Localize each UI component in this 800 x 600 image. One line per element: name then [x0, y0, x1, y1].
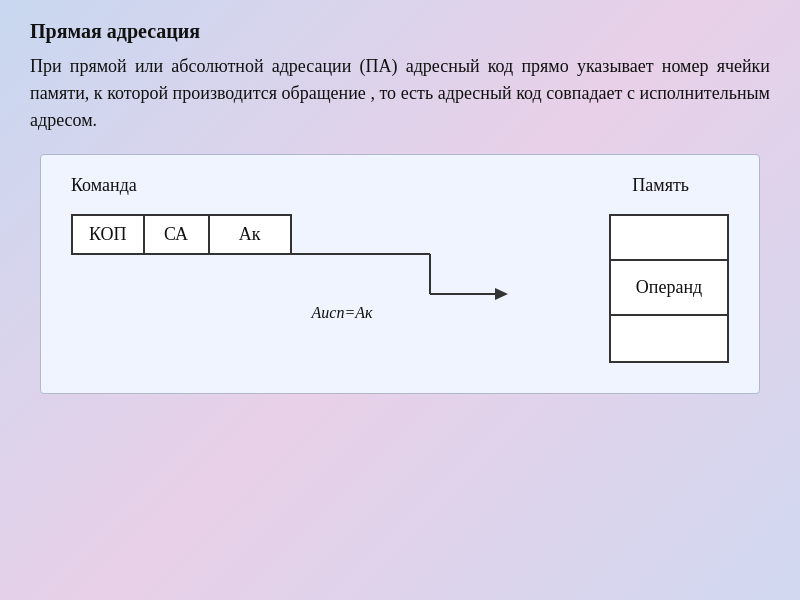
arrow-svg	[290, 234, 510, 314]
description-text: При прямой или абсолютной адресации (ПА)…	[30, 53, 770, 134]
memory-cells: Операнд	[609, 214, 729, 363]
address-formula-label: Аисп=Ак	[312, 304, 373, 321]
command-header-label: Команда	[71, 175, 137, 196]
diagram-box: Команда Память КОП СА Ак	[40, 154, 760, 394]
memory-cell-top	[611, 216, 727, 261]
command-section: КОП СА Ак	[71, 214, 292, 255]
memory-cell-operand: Операнд	[611, 261, 727, 316]
cell-kop: КОП	[73, 216, 145, 253]
command-cells: КОП СА Ак	[71, 214, 292, 255]
cell-ca: СА	[145, 216, 210, 253]
page-title: Прямая адресация	[30, 20, 770, 43]
svg-marker-3	[495, 288, 508, 300]
cell-ak: Ак	[210, 216, 290, 253]
memory-section: Операнд	[609, 214, 729, 363]
memory-cell-bottom	[611, 316, 727, 361]
memory-header-label: Память	[632, 175, 689, 196]
diagram-header: Команда Память	[71, 175, 729, 196]
content-wrapper: Прямая адресация При прямой или абсолютн…	[30, 20, 770, 394]
